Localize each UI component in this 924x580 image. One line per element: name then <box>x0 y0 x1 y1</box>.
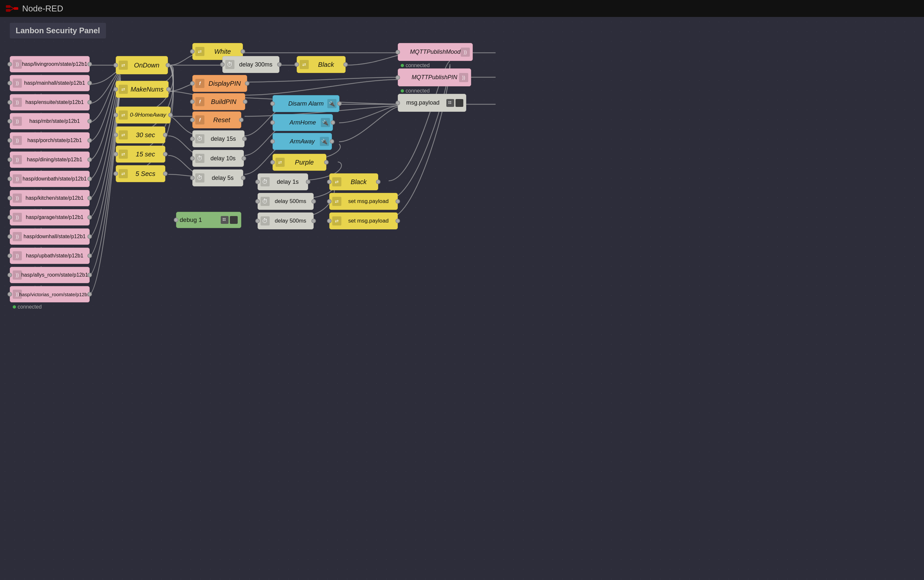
node-mqtt-allys[interactable]: )) hasp/allys_room/state/p12b1 connected <box>10 267 90 283</box>
shuffle-icon: ⇄ <box>332 177 342 186</box>
node-armaway[interactable]: ArmAway 🔌 <box>272 133 332 150</box>
node-5secs[interactable]: ⇄ 5 Secs <box>116 165 165 182</box>
canvas: Lanbon Security Panel .conn { fill: none… <box>0 17 924 580</box>
mqtt-icon: )) <box>13 79 22 87</box>
node-mqtt-upbath[interactable]: )) hasp/upbath/state/p12b1 connected <box>10 248 90 264</box>
port-right <box>376 180 381 184</box>
node-makenums[interactable]: ⇄ MakeNums <box>116 81 168 98</box>
node-homeaway[interactable]: ⇄ 0-9HomeAway <box>116 107 170 124</box>
node-delay-300ms[interactable]: ⏱ delay 300ms <box>222 56 279 73</box>
status-dot <box>13 305 16 308</box>
port-left <box>8 196 12 200</box>
port-right <box>168 113 173 117</box>
port-right <box>396 199 400 204</box>
node-delay-10s[interactable]: ⏱ delay 10s <box>192 150 244 167</box>
shuffle-icon: ⇄ <box>119 110 128 120</box>
node-15sec[interactable]: ⇄ 15 sec <box>116 146 165 163</box>
node-mqtt-mainhall[interactable]: )) hasp/mainhall/state/p12b1 connected <box>10 75 90 91</box>
node-label: hasp/porch/state/p12b1 <box>10 137 89 143</box>
node-black2[interactable]: ⇄ Black <box>329 173 378 190</box>
logo-icon <box>5 4 19 13</box>
node-delay-5s[interactable]: ⏱ delay 5s <box>192 170 243 186</box>
network-icon: 🔌 <box>320 137 329 146</box>
node-delay-15s[interactable]: ⏱ delay 15s <box>192 130 244 147</box>
port-right <box>396 219 400 223</box>
top-bar: Node-RED <box>0 0 924 17</box>
svg-rect-10 <box>224 218 226 219</box>
node-mqtt-victorias[interactable]: )) hasp/victorias_room/state/p12b1 conne… <box>10 286 90 302</box>
node-delay-500ms-2[interactable]: ⏱ delay 500ms <box>257 213 314 229</box>
node-debug1[interactable]: debug 1 <box>176 212 241 228</box>
port-left <box>190 99 195 104</box>
svg-rect-12 <box>224 220 226 221</box>
node-label: hasp/mbr/state/p12b1 <box>10 118 89 124</box>
svg-rect-7 <box>448 103 450 104</box>
node-ondown[interactable]: ⇄ OnDown <box>116 56 168 74</box>
port-left <box>8 254 12 258</box>
mqtt-icon: )) <box>13 136 22 145</box>
node-label: hasp/upbath/state/p12b1 <box>10 253 89 259</box>
port-right <box>239 118 244 122</box>
shuffle-icon: ⇄ <box>119 85 128 94</box>
shuffle-icon: ⇄ <box>300 60 309 69</box>
node-disarm-alarm[interactable]: Disarm Alarm 🔌 <box>272 95 340 112</box>
node-black1[interactable]: ⇄ Black <box>297 56 346 73</box>
node-mqtt-publish-pin[interactable]: MQTTPublishPIN )) connected <box>398 68 471 86</box>
port-left <box>8 215 12 220</box>
port-right <box>343 62 348 67</box>
node-status: connected <box>401 88 430 94</box>
port-right <box>311 199 316 204</box>
node-set-payload-2[interactable]: ⇄ set msg.payload <box>329 213 398 229</box>
port-left <box>8 176 12 181</box>
toggle-button[interactable] <box>446 99 454 107</box>
node-set-payload-1[interactable]: ⇄ set msg.payload <box>329 193 398 210</box>
node-mqtt-downbath[interactable]: )) hasp/downbath/state/p12b1 connected <box>10 171 90 187</box>
node-mqtt-kitchen[interactable]: )) hasp/kitchen/state/p12b1 connected <box>10 190 90 206</box>
port-left <box>327 199 332 204</box>
node-label: hasp/dining/state/p12b1 <box>10 157 89 163</box>
node-reset[interactable]: f Reset <box>192 112 241 129</box>
shuffle-icon: ⇄ <box>332 197 342 206</box>
port-left <box>114 63 118 68</box>
port-right <box>242 156 246 161</box>
port-left <box>190 156 195 161</box>
node-armhome[interactable]: ArmHome 🔌 <box>272 114 333 131</box>
output-square <box>455 99 463 107</box>
node-label: hasp/ensuite/state/p12b1 <box>10 99 89 105</box>
shuffle-icon: ⇄ <box>195 47 205 56</box>
node-mqtt-garage[interactable]: )) hasp/garage/state/p12b1 connected <box>10 209 90 226</box>
node-delay-1s[interactable]: ⏱ delay 1s <box>257 173 308 190</box>
port-left <box>327 180 332 184</box>
func-icon: f <box>195 115 205 124</box>
node-displaypin[interactable]: f DisplayPIN <box>192 75 247 92</box>
node-label: hasp/kitchen/state/p12b1 <box>10 195 89 201</box>
node-purple[interactable]: ⇄ Purple <box>272 154 327 171</box>
node-mqtt-porch[interactable]: )) hasp/porch/state/p12b1 connected <box>10 132 90 148</box>
port-left <box>8 273 12 277</box>
node-30sec[interactable]: ⇄ 30 sec <box>116 127 165 143</box>
svg-line-4 <box>10 8 14 10</box>
port-right <box>277 62 282 67</box>
port-right <box>241 176 246 180</box>
shuffle-icon: ⇄ <box>119 150 128 159</box>
node-mqtt-livingroom[interactable]: )) hasp/livingroom/state/p12b1 connected <box>10 56 90 72</box>
node-msg-payload[interactable]: msg.payload <box>398 94 466 112</box>
port-left <box>270 139 275 144</box>
mqtt-icon: )) <box>13 213 22 222</box>
node-mqtt-dining[interactable]: )) hasp/dining/state/p12b1 connected <box>10 152 90 168</box>
node-mqtt-ensuite[interactable]: )) hasp/ensuite/state/p12b1 connected <box>10 94 90 110</box>
delay-icon: ⏱ <box>195 173 205 183</box>
node-label: hasp/downhall/state/p12b1 <box>10 234 89 239</box>
port-right <box>87 119 92 124</box>
node-delay-500ms-1[interactable]: ⏱ delay 500ms <box>257 193 314 210</box>
mqtt-icon: )) <box>13 117 22 126</box>
node-mqtt-downhall[interactable]: )) hasp/downhall/state/p12b1 connected <box>10 228 90 245</box>
debug-toggle[interactable] <box>221 216 229 224</box>
flow-label: Lanbon Security Panel <box>10 23 106 38</box>
port-right <box>337 101 342 106</box>
node-buildpin[interactable]: f BuildPIN <box>192 93 245 110</box>
debug-label: debug 1 <box>180 216 218 224</box>
node-mqtt-mbr[interactable]: )) hasp/mbr/state/p12b1 connected <box>10 113 90 129</box>
port-right <box>166 87 171 92</box>
node-mqtt-publish-mood[interactable]: MQTTPublishMood )) connected <box>398 43 473 61</box>
